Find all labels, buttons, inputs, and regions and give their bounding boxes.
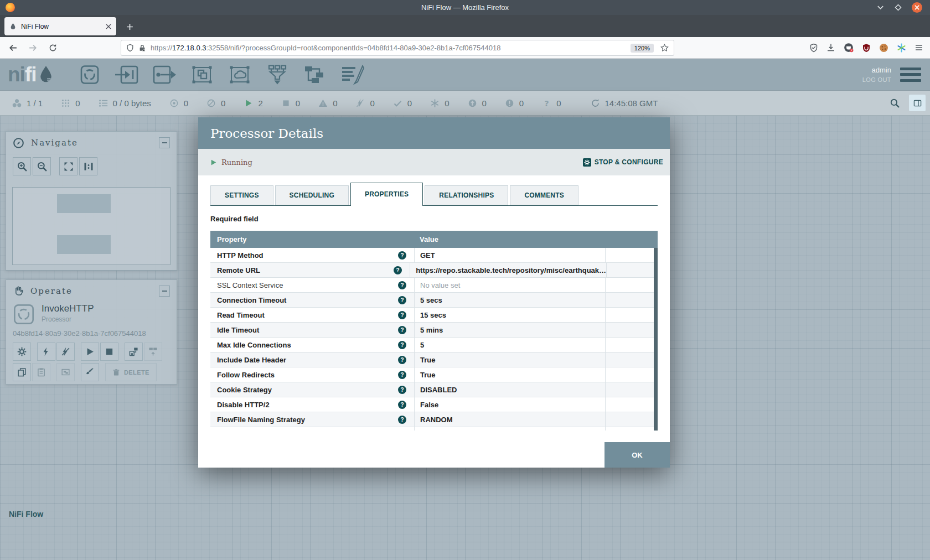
birdseye-minimap[interactable] xyxy=(12,187,170,265)
upload-template-button[interactable] xyxy=(144,343,162,361)
property-help-question-icon[interactable]: ? xyxy=(398,386,406,394)
lock-icon[interactable] xyxy=(138,44,146,52)
stop-button[interactable] xyxy=(100,343,118,361)
property-help-question-icon[interactable]: ? xyxy=(394,266,402,274)
tab-close-icon[interactable] xyxy=(106,24,111,29)
menu-hamburger-icon[interactable] xyxy=(914,43,923,52)
flow-status-panel-toggle[interactable] xyxy=(909,95,926,111)
delete-button[interactable]: DELETE xyxy=(105,363,157,381)
tracking-shield-icon[interactable] xyxy=(126,44,134,52)
pocket-shield-icon[interactable] xyxy=(809,43,818,53)
property-help-question-icon[interactable]: ? xyxy=(398,371,406,379)
property-row[interactable]: Attributes to Send?No value set xyxy=(210,427,658,431)
property-help-question-icon[interactable]: ? xyxy=(398,281,406,289)
zoom-actual-size-button[interactable] xyxy=(79,157,97,175)
breadcrumb[interactable]: NiFi Flow xyxy=(9,510,43,518)
property-row[interactable]: HTTP Method?GET xyxy=(210,248,658,263)
tab-properties[interactable]: PROPERTIES xyxy=(350,183,423,206)
ok-button[interactable]: OK xyxy=(604,442,670,468)
property-help-question-icon[interactable]: ? xyxy=(398,311,406,319)
property-help-question-icon[interactable]: ? xyxy=(398,251,406,260)
stop-and-configure-button[interactable]: STOP & CONFIGURE xyxy=(583,158,663,167)
zoom-out-button[interactable] xyxy=(33,157,51,175)
disable-button[interactable] xyxy=(56,343,75,361)
stat-threads: 0 xyxy=(61,98,80,108)
property-value: No value set xyxy=(420,281,460,289)
required-field-note: Required field xyxy=(210,215,658,223)
url-bar[interactable]: https://172.18.0.3:32558/nifi/?processGr… xyxy=(121,40,674,56)
start-button[interactable] xyxy=(81,343,99,361)
nifi-logo: nifi xyxy=(8,64,54,85)
label-component-icon[interactable] xyxy=(340,65,365,85)
account-containers-icon[interactable] xyxy=(844,43,854,53)
property-help-question-icon[interactable]: ? xyxy=(398,431,406,431)
property-row[interactable]: Cookie Strategy?DISABLED xyxy=(210,382,658,397)
create-template-button[interactable] xyxy=(125,343,143,361)
property-row[interactable]: Read Timeout?15 secs xyxy=(210,308,658,323)
operate-collapse-button[interactable] xyxy=(159,286,170,297)
window-close-button[interactable] xyxy=(912,2,922,13)
compass-icon xyxy=(13,137,24,149)
navigate-collapse-button[interactable] xyxy=(159,137,170,148)
logout-link[interactable]: LOG OUT xyxy=(862,75,891,85)
property-row[interactable]: Connection Timeout?5 secs xyxy=(210,293,658,308)
zoom-in-button[interactable] xyxy=(13,157,31,175)
property-help-question-icon[interactable]: ? xyxy=(398,341,406,349)
processor-component-icon[interactable] xyxy=(76,65,102,85)
property-help-question-icon[interactable]: ? xyxy=(398,326,406,334)
fill-color-brush-button[interactable] xyxy=(81,363,99,381)
property-row[interactable]: Disable HTTP/2?False xyxy=(210,397,658,412)
ublock-icon[interactable] xyxy=(862,43,871,53)
input-port-component-icon[interactable] xyxy=(114,65,140,85)
paste-button[interactable] xyxy=(32,363,50,381)
window-minimize-button[interactable] xyxy=(876,3,885,12)
property-help-question-icon[interactable]: ? xyxy=(398,416,406,424)
property-row[interactable]: FlowFile Naming Strategy?RANDOM xyxy=(210,412,658,427)
new-tab-button[interactable] xyxy=(123,20,136,33)
configure-button[interactable] xyxy=(13,343,31,361)
properties-table-header: Property Value xyxy=(210,231,658,248)
property-row[interactable]: Remote URL?https://repo.stackable.tech/r… xyxy=(210,263,658,278)
forward-button[interactable] xyxy=(25,40,40,55)
table-scrollbar-thumb[interactable] xyxy=(654,248,658,431)
property-row[interactable]: Idle Timeout?5 mins xyxy=(210,323,658,338)
property-help-question-icon[interactable]: ? xyxy=(398,296,406,304)
zoom-fit-button[interactable] xyxy=(59,157,78,175)
back-button[interactable] xyxy=(6,40,20,55)
browser-tab[interactable]: NiFi Flow xyxy=(4,17,116,35)
window-maximize-button[interactable] xyxy=(894,3,902,12)
process-group-component-icon[interactable] xyxy=(189,65,215,85)
enable-button[interactable] xyxy=(37,343,55,361)
property-help-question-icon[interactable]: ? xyxy=(398,401,406,409)
cookie-extension-icon[interactable] xyxy=(879,43,888,53)
sync-failure-icon: ? xyxy=(542,98,551,108)
property-row[interactable]: Follow Redirects?True xyxy=(210,367,658,382)
table-scrollbar[interactable] xyxy=(654,248,658,431)
group-button[interactable] xyxy=(56,363,75,381)
global-menu-icon[interactable] xyxy=(900,68,921,82)
property-name: HTTP Method xyxy=(217,251,264,260)
downloads-icon[interactable] xyxy=(826,43,835,53)
template-component-icon[interactable] xyxy=(302,65,328,85)
property-row[interactable]: Max Idle Connections?5 xyxy=(210,338,658,352)
bookmark-star-icon[interactable] xyxy=(660,44,669,52)
property-help-question-icon[interactable]: ? xyxy=(398,356,406,364)
tab-comments[interactable]: COMMENTS xyxy=(510,185,578,205)
property-row[interactable]: Include Date Header?True xyxy=(210,352,658,367)
copy-button[interactable] xyxy=(13,363,31,381)
output-port-component-icon[interactable] xyxy=(152,65,177,85)
tab-relationships[interactable]: RELATIONSHIPS xyxy=(425,185,508,205)
locally-modified-count: 0 xyxy=(445,98,449,108)
refresh-icon[interactable] xyxy=(591,98,600,108)
tab-scheduling[interactable]: SCHEDULING xyxy=(275,185,349,205)
tab-settings[interactable]: SETTINGS xyxy=(210,185,273,205)
reload-button[interactable] xyxy=(45,40,60,55)
extension-asterisk-icon[interactable] xyxy=(897,43,906,53)
dialog-title: Processor Details xyxy=(210,126,323,141)
page-zoom-badge[interactable]: 120% xyxy=(631,44,654,53)
remote-process-group-component-icon[interactable] xyxy=(227,65,252,85)
funnel-component-icon[interactable] xyxy=(265,65,290,85)
search-icon[interactable] xyxy=(890,98,900,108)
property-row[interactable]: SSL Context Service?No value set xyxy=(210,278,658,293)
property-name: Attributes to Send xyxy=(217,431,274,431)
